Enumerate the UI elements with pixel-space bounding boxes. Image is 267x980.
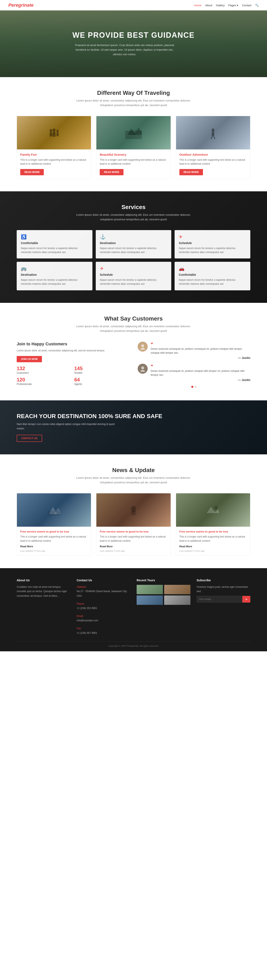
stat-hosted: 145 Hosted	[74, 366, 130, 374]
news-2-body: Free service seems to good to be true Th…	[96, 527, 170, 555]
card-scenery-body: Beautiful Scenery This is a longer card …	[96, 150, 170, 178]
news-1-title: Free service seems to good to be true	[20, 530, 88, 533]
stat-professionals: 120 Professionals	[17, 377, 72, 386]
family-silhouette-icon	[46, 127, 62, 139]
quote-mark-2: ❝	[150, 364, 153, 369]
stat-customers: 132 Customers	[17, 366, 72, 374]
card-scenery-text: This is a longer card with supporting te…	[100, 158, 167, 166]
brand-logo[interactable]: Peregrinate	[8, 3, 34, 8]
service-comfortable-1: ♿ Comfortable Itaque earum rerum hic ten…	[17, 230, 93, 258]
stat-agents-label: Agents	[74, 383, 130, 386]
subscribe-button[interactable]: ➤	[242, 596, 250, 603]
stat-customers-num: 132	[17, 366, 72, 371]
service-destination-1-title: Destination	[100, 241, 167, 245]
news-card-2: Free service seems to good to be true Th…	[96, 493, 171, 555]
testimonial-2-avatar	[137, 364, 148, 374]
services-subtitle: Lorem ipsum dolor sit amet, consectetur …	[71, 213, 196, 222]
card-outdoor-btn[interactable]: Read More	[179, 169, 203, 175]
search-icon[interactable]: 🔍	[255, 3, 259, 7]
stat-professionals-num: 120	[17, 377, 72, 383]
svg-point-2	[53, 128, 56, 132]
pagination-dot-1[interactable]	[191, 386, 193, 388]
news-3-read-more[interactable]: Read More	[179, 545, 247, 548]
nav-about[interactable]: About	[205, 4, 213, 7]
footer-contact-title: Contact Us	[77, 579, 131, 582]
footer-about-title: About Us	[17, 579, 70, 582]
testimonial-2-author: — Justin	[150, 378, 250, 382]
svg-point-13	[141, 344, 144, 347]
news-2-title: Free service seems to good to be true	[100, 530, 167, 533]
services-section: Services Lorem ipsum dolor sit amet, con…	[0, 191, 267, 303]
cta-title: Reach Your Destination 100% Sure And Saf…	[17, 413, 162, 420]
svg-point-14	[141, 348, 145, 350]
testimonial-1-author: — Justin	[150, 356, 250, 360]
news-card-1: Free service seems to good to be true Th…	[17, 493, 91, 555]
footer-about: About Us Curabitur non nulla sit amet ni…	[17, 579, 70, 635]
card-outdoor-image	[176, 116, 250, 150]
stat-hosted-label: Hosted	[74, 371, 130, 374]
news-1-read-more[interactable]: Read More	[20, 545, 88, 548]
footer-tours-title: Recent Tours	[137, 579, 190, 582]
card-family-body: Family Fun This is a longer card with su…	[17, 150, 91, 178]
stats-grid: 132 Customers 145 Hosted 120 Professiona…	[17, 366, 130, 386]
tour-thumb-3[interactable]	[137, 595, 163, 605]
testimonial-2-text: Donec euismod consequat mi, pretium volu…	[150, 369, 250, 377]
customers-subtitle: Lorem ipsum dolor sit amet, consectetur …	[71, 324, 196, 333]
service-schedule-2-text: Itaque earum rerum hic tenetur a sapient…	[100, 278, 167, 286]
card-scenery-btn[interactable]: Read More	[100, 169, 123, 175]
svg-rect-12	[214, 137, 215, 139]
card-family-title: Family Fun	[20, 153, 88, 156]
comfortable-icon: ♿	[21, 234, 88, 240]
nav-links: Home About Gallery Pages ▾ Contact 🔍	[194, 3, 259, 7]
card-outdoor-title: Outdoor Adventure	[179, 153, 247, 156]
cta-contact-button[interactable]: Contact Us	[17, 435, 42, 442]
news-3-image-icon	[207, 505, 219, 515]
join-text: Lorem ipsum dolor sit amet, consectetur …	[17, 348, 130, 353]
nav-pages[interactable]: Pages ▾	[229, 4, 238, 7]
travel-section-title: Different Way Of Traveling	[17, 90, 250, 96]
service-comfortable-2: 🚗 Comfortable Itaque earum rerum hic ten…	[174, 262, 250, 290]
card-outdoor-text: This is a longer card with supporting te…	[179, 158, 247, 166]
quote-mark-1: ❝	[150, 342, 153, 347]
news-2-timestamp: Last updated 3 mins ago	[100, 550, 167, 552]
svg-point-4	[56, 130, 59, 132]
footer-address-label: Address:	[77, 585, 86, 589]
travel-section-subtitle: Lorem ipsum dolor sit amet, consectetur …	[71, 99, 196, 108]
testimonial-1-content: ❝ Donec euismod consequat mi, pretium co…	[150, 342, 250, 360]
nav-home[interactable]: Home	[194, 4, 201, 7]
news-section: News & Update Lorem ipsum dolor sit amet…	[0, 454, 267, 568]
service-comfortable-2-title: Comfortable	[179, 273, 246, 276]
tour-thumb-1[interactable]	[137, 585, 163, 594]
svg-rect-11	[211, 137, 212, 139]
comfortable-2-icon: 🚗	[179, 266, 246, 271]
tour-thumb-2[interactable]	[164, 585, 190, 594]
news-2-read-more[interactable]: Read More	[100, 545, 167, 548]
tour-thumb-4[interactable]	[164, 595, 190, 605]
service-schedule-1-title: Schedule	[179, 241, 246, 245]
join-now-button[interactable]: Join Us Now	[17, 356, 42, 362]
service-destination-2-title: Destination	[21, 273, 88, 276]
svg-rect-5	[56, 132, 59, 136]
footer-grid: About Us Curabitur non nulla sit amet ni…	[17, 579, 250, 635]
footer-email[interactable]: info@example.com	[77, 619, 98, 622]
service-schedule-2: ✈ Schedule Itaque earum rerum hic tenetu…	[96, 262, 171, 290]
news-3-body: Free service seems to good to be true Th…	[176, 527, 250, 555]
testimonial-2: ❝ Donec euismod consequat mi, pretium vo…	[137, 364, 250, 382]
subscribe-email-input[interactable]	[197, 596, 243, 603]
card-family-image	[17, 116, 91, 150]
news-card-3: Free service seems to good to be true Th…	[176, 493, 250, 555]
footer-copyright: Copyright © 2024 Peregrinate. All rights…	[17, 641, 250, 647]
travel-cards-grid: Family Fun This is a longer card with su…	[17, 116, 250, 179]
pagination-dot-2[interactable]	[195, 386, 197, 388]
nav-contact[interactable]: Contact	[242, 4, 251, 7]
card-family-fun: Family Fun This is a longer card with su…	[17, 116, 91, 179]
cta-description: Nam liber tempor cum soluta nobis eligen…	[17, 422, 121, 431]
card-family-btn[interactable]: Read More	[20, 169, 44, 175]
customers-inner: Join to Happy Customers Lorem ipsum dolo…	[17, 342, 250, 388]
footer-email-label: Email:	[77, 615, 84, 617]
footer-recent-tours: Recent Tours	[137, 579, 190, 635]
service-comfortable-1-text: Itaque earum rerum hic tenetur a sapient…	[21, 247, 88, 254]
nav-gallery[interactable]: Gallery	[216, 4, 225, 7]
hero-description: Praesent sit amet fermentum ipsum. Cras …	[72, 43, 177, 57]
avatar-1-icon	[139, 344, 146, 350]
